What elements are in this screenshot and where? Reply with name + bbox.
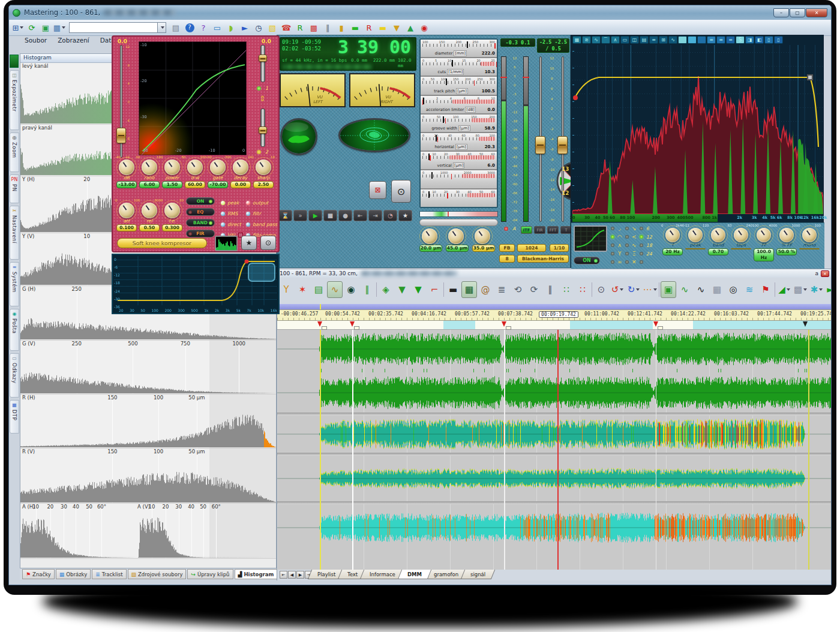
knob-decay[interactable]: 024decay0.00: [229, 155, 252, 188]
note-yellow-icon[interactable]: ▬: [376, 21, 389, 34]
save-icon[interactable]: ▤: [311, 281, 326, 298]
knob-dial[interactable]: [210, 159, 226, 175]
spectrum-tool-icon[interactable]: [678, 36, 687, 44]
flag-icon[interactable]: ⚑: [758, 281, 773, 298]
area-icon[interactable]: ◢: [776, 281, 792, 298]
knob-sharp[interactable]: 118sharp2.50: [252, 155, 275, 188]
fader-handle[interactable]: [116, 128, 126, 143]
eq-on-button[interactable]: ON: [574, 257, 600, 264]
dash-range-icon[interactable]: ⋯: [642, 281, 658, 298]
wifi-icon[interactable]: ≋: [742, 281, 757, 298]
led-icon[interactable]: [611, 260, 614, 264]
input-fader[interactable]: 12840-4-8-12: [116, 45, 130, 159]
knob-dial[interactable]: [665, 228, 680, 242]
led-icon[interactable]: [625, 260, 629, 264]
led-icon[interactable]: [640, 235, 643, 239]
led-icon[interactable]: [625, 252, 629, 255]
tab-obrázky[interactable]: ▦Obrázky: [56, 569, 91, 579]
led-icon[interactable]: [625, 235, 629, 239]
vinyl-icon[interactable]: ◉: [343, 281, 359, 298]
led-icon[interactable]: [640, 252, 643, 255]
monitor-select-icon[interactable]: ▣: [661, 281, 676, 298]
close-button[interactable]: ✕: [806, 8, 827, 17]
fade-out-icon[interactable]: ▼: [410, 281, 426, 298]
toggle-fir[interactable]: FIR: [186, 230, 215, 237]
sidebar-item-systém[interactable]: ≡Systém: [10, 262, 19, 306]
mode-button-fft[interactable]: FFT: [547, 226, 559, 234]
knob-dial[interactable]: [164, 159, 180, 175]
signal-track[interactable]: [277, 504, 832, 551]
hazard-icon[interactable]: ▧: [266, 21, 279, 34]
spectrum-tool-icon[interactable]: ∧: [611, 36, 620, 44]
rotate-left-30-icon[interactable]: ↺: [610, 281, 625, 298]
knob-band[interactable]: 08band0.70: [707, 224, 730, 261]
tab-nav-button[interactable]: ▶: [296, 571, 304, 579]
knob-dial[interactable]: [688, 228, 703, 242]
maximize-button[interactable]: ▢: [790, 8, 805, 17]
sidebar-item-odkazy[interactable]: ▭Odkazy: [10, 353, 19, 398]
spectrum-tool-icon[interactable]: ≡: [707, 36, 716, 44]
cutting-knob-3[interactable]: 35.0 µm: [472, 227, 493, 252]
next-button[interactable]: ⇥: [368, 210, 382, 221]
soft-knee-button[interactable]: Soft knee kompresor: [117, 238, 207, 248]
fast-forward-button[interactable]: »: [293, 210, 307, 221]
sync-icon[interactable]: ⟳: [25, 21, 38, 34]
knob-dial[interactable]: [142, 159, 157, 175]
session-monitor-icon[interactable]: ▣: [39, 21, 52, 34]
power-button[interactable]: ⊙: [391, 180, 411, 203]
knob-dial[interactable]: [802, 228, 817, 242]
run-icon[interactable]: ►: [825, 281, 832, 298]
funnel-icon[interactable]: ▼: [390, 21, 403, 34]
knob-dw[interactable]: 0100d-w60.00: [184, 155, 206, 188]
tab-dmm[interactable]: DMM: [398, 570, 431, 579]
window-layout-icon[interactable]: ⊞: [11, 21, 25, 34]
marks-red-icon[interactable]: ∷: [575, 281, 590, 298]
knob-gate[interactable]: -90-30gate-70.00: [206, 155, 229, 188]
rack-icon[interactable]: ≣: [494, 281, 509, 298]
sidebar-item-pošta[interactable]: ◉Pošta: [10, 309, 19, 351]
led-icon[interactable]: [640, 243, 643, 247]
help-icon[interactable]: ?: [183, 21, 196, 34]
sidebar-item-zoom[interactable]: ◎Zoom: [10, 133, 19, 172]
tab-značky[interactable]: ⚑Značky: [22, 569, 55, 579]
window-function-button[interactable]: Blackman-Harris: [517, 255, 569, 263]
knob-FF[interactable]: 100400FF100.0 Hz: [752, 224, 775, 261]
up-down-arrow-icon[interactable]: ⇕: [259, 94, 266, 103]
toggle-on[interactable]: ON: [186, 197, 215, 205]
rotate-right-30-icon[interactable]: ↻: [626, 281, 641, 298]
y-cable-icon[interactable]: Y: [278, 281, 294, 298]
knob-dial[interactable]: [779, 228, 794, 242]
knob-dial[interactable]: [233, 159, 248, 175]
sidebar-item-nastavení[interactable]: ✂Nastavení: [10, 206, 19, 260]
spectrum-tool-icon[interactable]: ≋: [582, 36, 591, 44]
knob-dial[interactable]: [164, 203, 180, 218]
spectrum-tool-icon[interactable]: ▯: [764, 36, 773, 44]
burst-icon[interactable]: ✱: [809, 281, 824, 298]
marker-lane[interactable]: [277, 368, 832, 373]
selection-bar[interactable]: [277, 304, 832, 309]
tab-zdrojové-soubory[interactable]: ▨Zdrojové soubory: [128, 569, 187, 579]
waveform-left[interactable]: [277, 330, 832, 368]
toggle-eq[interactable]: EQ: [186, 208, 215, 216]
dither-icon[interactable]: ▦: [709, 281, 725, 298]
time-ruler[interactable]: -00:00:46.25700:00:54.74200:02:35.74200:…: [277, 309, 832, 321]
spectrum-tool-icon[interactable]: ∿: [668, 36, 677, 44]
knob-dial[interactable]: [475, 228, 490, 244]
spectrum-tool-icon[interactable]: ◧: [755, 36, 764, 44]
chat-bubble-icon[interactable]: ◗: [224, 21, 238, 34]
record-red-icon[interactable]: R: [362, 21, 376, 34]
led-icon[interactable]: [640, 260, 643, 264]
tab-signál[interactable]: signál: [461, 570, 496, 579]
knob-dial[interactable]: [187, 159, 203, 175]
minimize-button[interactable]: –: [773, 8, 789, 17]
sidebar-item-pn[interactable]: PNPN: [10, 174, 19, 203]
wave-ink-icon[interactable]: ∿: [693, 281, 709, 298]
gauge-button[interactable]: ◔: [383, 210, 397, 221]
knob-dial[interactable]: [711, 228, 725, 242]
sidebar-item-dtp[interactable]: ▦DTP: [10, 400, 19, 434]
knob-dial[interactable]: [734, 228, 748, 242]
record-session-icon[interactable]: R: [293, 21, 307, 34]
spectrum-tool-icon[interactable]: S: [736, 36, 745, 44]
export-arrow-icon[interactable]: ►: [238, 21, 251, 34]
marker-strip[interactable]: [277, 321, 832, 330]
